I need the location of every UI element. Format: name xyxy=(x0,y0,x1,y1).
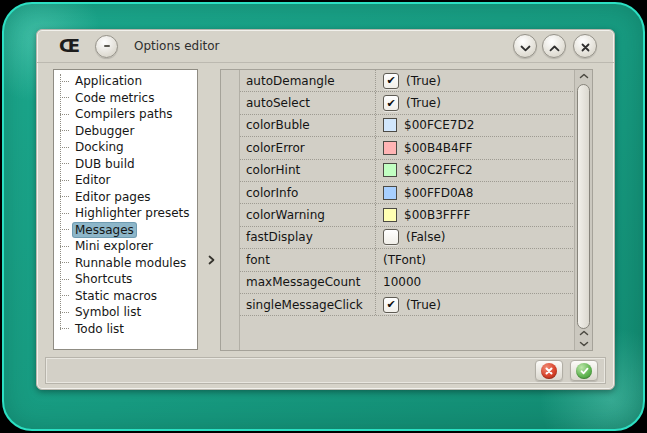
sidebar-item-label-selected[interactable]: Messages xyxy=(73,223,136,237)
sidebar-item-todo-list[interactable]: Todo list xyxy=(54,321,197,338)
property-name[interactable]: maxMessageCount xyxy=(240,272,376,293)
chevron-down-icon xyxy=(520,37,531,56)
property-value: 10000 xyxy=(383,275,421,289)
property-name[interactable]: colorHint xyxy=(240,160,376,181)
property-value-cell[interactable]: (False) xyxy=(376,227,575,248)
property-name[interactable]: font xyxy=(240,249,376,270)
sidebar-item-static-macros[interactable]: Static macros xyxy=(54,288,197,305)
sidebar-item-label[interactable]: Code metrics xyxy=(73,91,156,105)
close-button[interactable] xyxy=(573,34,597,58)
scroll-down-icon[interactable] xyxy=(575,341,592,347)
property-row-colorInfo[interactable]: colorInfo $00FFD0A8 xyxy=(240,182,575,204)
maximize-button[interactable] xyxy=(542,34,566,58)
vertical-scrollbar[interactable] xyxy=(574,70,592,350)
scroll-up-icon-bottom[interactable] xyxy=(575,330,592,336)
property-row-colorBuble[interactable]: colorBuble $00FCE7D2 xyxy=(240,115,575,137)
titlebar[interactable]: Œ Options editor xyxy=(37,30,614,63)
property-name[interactable]: colorBuble xyxy=(240,115,376,136)
accept-button[interactable] xyxy=(570,360,598,381)
sidebar-item-code-metrics[interactable]: Code metrics xyxy=(54,90,197,107)
property-value-cell[interactable]: $00B3FFFF xyxy=(376,204,575,225)
sidebar-item-label[interactable]: Editor xyxy=(73,173,113,187)
property-value-cell[interactable]: 10000 xyxy=(376,272,575,293)
color-swatch[interactable] xyxy=(383,163,397,177)
property-row-autoSelect[interactable]: autoSelect ✔ (True) xyxy=(240,92,575,114)
sidebar-item-label[interactable]: Editor pages xyxy=(73,190,153,204)
property-value: (TFont) xyxy=(383,253,426,267)
sidebar-item-label[interactable]: Docking xyxy=(73,140,126,154)
color-swatch[interactable] xyxy=(383,118,397,132)
checkbox-checked[interactable]: ✔ xyxy=(383,73,399,89)
sidebar-item-editor-pages[interactable]: Editor pages xyxy=(54,189,197,206)
tree-connector xyxy=(60,147,69,148)
sidebar-item-debugger[interactable]: Debugger xyxy=(54,123,197,140)
property-value-cell[interactable]: $00FFD0A8 xyxy=(376,182,575,203)
property-value-cell[interactable]: ✔ (True) xyxy=(376,70,575,91)
sidebar-item-label[interactable]: Highlighter presets xyxy=(73,206,192,220)
sidebar-item-label[interactable]: DUB build xyxy=(73,157,137,171)
close-icon xyxy=(581,37,590,56)
window-menu-button[interactable] xyxy=(95,35,118,58)
window-controls xyxy=(513,34,597,58)
property-row-colorHint[interactable]: colorHint $00C2FFC2 xyxy=(240,160,575,182)
property-row-fastDisplay[interactable]: fastDisplay (False) xyxy=(240,227,575,249)
sidebar-item-shortcuts[interactable]: Shortcuts xyxy=(54,271,197,288)
property-name[interactable]: fastDisplay xyxy=(240,227,376,248)
checkbox-checked[interactable]: ✔ xyxy=(383,297,399,313)
color-swatch[interactable] xyxy=(383,141,397,155)
sidebar-item-docking[interactable]: Docking xyxy=(54,139,197,156)
property-value-cell[interactable]: ✔ (True) xyxy=(376,92,575,113)
sidebar-item-compilers-paths[interactable]: Compilers paths xyxy=(54,106,197,123)
accept-check-icon xyxy=(576,363,592,379)
sidebar-item-label[interactable]: Runnable modules xyxy=(73,256,188,270)
checkbox-checked[interactable]: ✔ xyxy=(383,95,399,111)
expand-row-arrow[interactable] xyxy=(205,252,217,266)
scrollbar-thumb[interactable] xyxy=(577,84,590,329)
property-row-maxMessageCount[interactable]: maxMessageCount 10000 xyxy=(240,272,575,294)
property-value: $00B3FFFF xyxy=(404,208,470,222)
property-name[interactable]: autoSelect xyxy=(240,92,376,113)
sidebar-item-mini-explorer[interactable]: Mini explorer xyxy=(54,238,197,255)
property-value-cell[interactable]: $00FCE7D2 xyxy=(376,115,575,136)
sidebar-item-editor[interactable]: Editor xyxy=(54,172,197,189)
sidebar-item-label[interactable]: Debugger xyxy=(73,124,136,138)
cancel-button[interactable] xyxy=(535,360,563,381)
sidebar-item-label[interactable]: Symbol list xyxy=(73,305,143,319)
property-row-autoDemangle[interactable]: autoDemangle ✔ (True) xyxy=(240,70,575,92)
sidebar-item-label[interactable]: Todo list xyxy=(73,322,126,336)
property-row-singleMessageClick[interactable]: singleMessageClick ✔ (True) xyxy=(240,294,575,316)
sidebar-item-label[interactable]: Static macros xyxy=(73,289,159,303)
property-name[interactable]: colorError xyxy=(240,137,376,158)
check-icon: ✔ xyxy=(386,75,395,86)
property-value-cell[interactable]: ✔ (True) xyxy=(376,294,575,315)
sidebar-item-label[interactable]: Shortcuts xyxy=(73,272,134,286)
property-name[interactable]: colorWarning xyxy=(240,204,376,225)
sidebar-item-dub-build[interactable]: DUB build xyxy=(54,156,197,173)
color-swatch[interactable] xyxy=(383,208,397,222)
sidebar-item-application[interactable]: Application xyxy=(54,73,197,90)
property-row-colorWarning[interactable]: colorWarning $00B3FFFF xyxy=(240,204,575,226)
property-row-colorError[interactable]: colorError $00B4B4FF xyxy=(240,137,575,159)
property-name[interactable]: singleMessageClick xyxy=(240,294,376,315)
property-name[interactable]: colorInfo xyxy=(240,182,376,203)
property-name[interactable]: autoDemangle xyxy=(240,70,376,91)
minimize-button[interactable] xyxy=(513,34,537,58)
sidebar-item-label[interactable]: Compilers paths xyxy=(73,107,175,121)
checkbox-unchecked[interactable] xyxy=(383,229,399,245)
property-value: $00C2FFC2 xyxy=(404,163,473,177)
tree-connector xyxy=(60,97,69,98)
sidebar-item-label[interactable]: Mini explorer xyxy=(73,239,155,253)
color-swatch[interactable] xyxy=(383,186,397,200)
check-icon: ✔ xyxy=(386,299,395,310)
property-value-cell[interactable]: $00C2FFC2 xyxy=(376,160,575,181)
sidebar-item-runnable-modules[interactable]: Runnable modules xyxy=(54,255,197,272)
sidebar-item-symbol-list[interactable]: Symbol list xyxy=(54,304,197,321)
property-row-font[interactable]: font (TFont) xyxy=(240,249,575,271)
sidebar-item-messages[interactable]: Messages xyxy=(54,222,197,239)
sidebar-item-label[interactable]: Application xyxy=(73,74,144,88)
property-grid-gutter xyxy=(221,70,240,350)
scroll-up-icon[interactable] xyxy=(575,73,592,79)
property-value-cell[interactable]: (TFont) xyxy=(376,249,575,270)
sidebar-item-highlighter-presets[interactable]: Highlighter presets xyxy=(54,205,197,222)
property-value-cell[interactable]: $00B4B4FF xyxy=(376,137,575,158)
